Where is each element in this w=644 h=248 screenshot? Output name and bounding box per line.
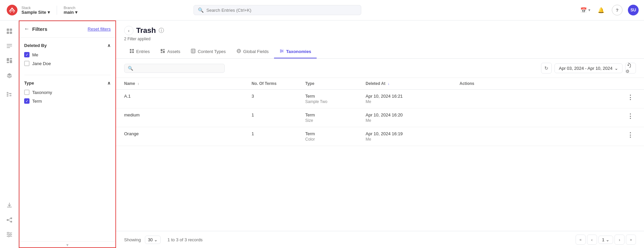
sidebar-item-assets[interactable] <box>3 54 16 67</box>
help-button[interactable]: ? <box>612 5 623 15</box>
tab-entries[interactable]: Entries <box>124 45 155 58</box>
tab-taxonomies[interactable]: Taxonomies <box>274 45 317 58</box>
svg-point-16 <box>10 95 11 96</box>
notifications-button[interactable]: 🔔 <box>596 5 606 15</box>
table-search-input[interactable] <box>135 66 192 71</box>
date-range-label: Apr 03, 2024 - Apr 10, 2024 <box>559 66 612 71</box>
cell-name-orange: Orange <box>116 127 244 146</box>
sidebar-item-dashboard[interactable] <box>3 24 16 38</box>
refresh-icon: ↻ <box>544 65 548 71</box>
cell-deleted-by-a1: Me <box>366 99 443 104</box>
svg-rect-22 <box>10 217 12 219</box>
sidebar-item-deploy[interactable] <box>3 198 16 212</box>
refresh-button[interactable]: ↻ <box>541 63 552 73</box>
page-info-icon[interactable]: ⓘ <box>159 27 164 34</box>
cell-type-main-a1: Term <box>305 94 350 99</box>
chevron-left-icon: ‹ <box>128 28 129 33</box>
col-header-name[interactable]: Name ↕ <box>116 78 244 90</box>
chevron-up-icon-2: ∧ <box>107 81 111 86</box>
filter-option-jane-doe[interactable]: Jane Doe <box>24 61 111 66</box>
svg-point-12 <box>7 92 8 93</box>
svg-rect-11 <box>7 62 9 63</box>
cell-type-main-medium: Term <box>305 112 350 117</box>
svg-line-25 <box>8 220 10 222</box>
branch-selector[interactable]: Branch main ▾ <box>57 6 77 15</box>
pagination: « ‹ 1 ⌄ › » <box>576 235 636 245</box>
content-types-tab-icon <box>191 49 196 54</box>
sidebar-item-filter-settings[interactable] <box>3 228 16 241</box>
filter-section-type-header[interactable]: Type ∧ <box>24 81 111 86</box>
table-search-field[interactable]: 🔍 <box>124 64 225 73</box>
date-range-chevron-icon: ⌄ <box>614 66 618 71</box>
svg-rect-40 <box>191 49 195 53</box>
per-page-selector[interactable]: 30 ⌄ <box>145 236 161 244</box>
app-logo[interactable] <box>5 3 19 17</box>
tab-content-types[interactable]: Content Types <box>185 45 231 58</box>
row-actions-button-a1[interactable]: ⋮ <box>625 94 636 101</box>
table-row: Orange 1 Term Color Apr 10, 2024 16:19 M… <box>116 127 644 146</box>
column-settings-button[interactable]: ⚙ <box>625 63 636 73</box>
sidebar-item-workflows[interactable] <box>3 213 16 227</box>
cell-type-a1: Term Sample Two <box>297 90 358 108</box>
global-search[interactable]: 🔍 <box>194 5 361 15</box>
svg-point-49 <box>280 50 281 51</box>
pagination-prev-button[interactable]: ‹ <box>587 235 597 245</box>
checkbox-term[interactable]: ✓ <box>24 98 30 104</box>
svg-point-29 <box>7 232 9 234</box>
cell-deleted-a1: Apr 10, 2024 16:21 Me <box>358 90 451 108</box>
svg-line-17 <box>8 93 10 94</box>
filter-label-me: Me <box>32 52 38 57</box>
svg-line-24 <box>8 218 10 220</box>
checkbox-jane-doe[interactable] <box>24 61 30 66</box>
pagination-current-page[interactable]: 1 ⌄ <box>598 236 613 244</box>
cell-actions-medium: ⋮ <box>451 108 644 127</box>
pagination-first-button[interactable]: « <box>576 235 586 245</box>
global-fields-tab-icon <box>236 49 241 54</box>
filter-back-button[interactable]: ← <box>24 26 30 32</box>
chevron-up-icon: ∧ <box>107 43 111 48</box>
deleted-at-sort-icon: ↓ <box>388 82 389 86</box>
svg-point-54 <box>628 64 629 66</box>
tab-global-fields[interactable]: Global Fields <box>231 45 274 58</box>
records-info: 1 to 3 of 3 records <box>167 237 203 242</box>
pagination-next-button[interactable]: › <box>614 235 625 245</box>
svg-rect-42 <box>194 50 195 51</box>
row-actions-button-medium[interactable]: ⋮ <box>625 113 636 119</box>
site-label: Stack <box>21 6 50 10</box>
svg-rect-10 <box>10 60 12 63</box>
cell-deleted-date-medium: Apr 10, 2024 16:20 <box>366 112 443 117</box>
calendar-button[interactable]: 📅 ▾ <box>580 7 590 13</box>
branch-name: main ▾ <box>64 10 77 15</box>
tab-assets[interactable]: Assets <box>155 45 185 58</box>
checkbox-me[interactable]: ✓ <box>24 52 30 57</box>
table-row: medium 1 Term Size Apr 10, 2024 16:20 Me… <box>116 108 644 127</box>
sidebar-item-stack[interactable] <box>3 69 16 82</box>
page-back-button[interactable]: ‹ <box>124 26 133 35</box>
pagination-last-button[interactable]: » <box>626 235 636 245</box>
col-header-deleted-at[interactable]: Deleted At ↓ <box>358 78 451 90</box>
col-header-terms: No. Of Terms <box>244 78 297 90</box>
filter-option-taxonomy[interactable]: Taxonomy <box>24 90 111 95</box>
checkbox-taxonomy[interactable] <box>24 90 30 95</box>
cell-name-a1: A.1 <box>116 90 244 108</box>
date-range-picker[interactable]: Apr 03, 2024 - Apr 10, 2024 ⌄ <box>554 63 623 73</box>
filter-option-term[interactable]: ✓ Term <box>24 98 111 104</box>
cell-type-sub-a1: Sample Two <box>305 99 350 104</box>
sidebar-item-taxonomy[interactable] <box>3 88 16 101</box>
filter-section-deleted-by-header[interactable]: Deleted By ∧ <box>24 43 111 48</box>
filter-option-me[interactable]: ✓ Me <box>24 52 111 57</box>
filter-label-term: Term <box>32 99 42 104</box>
svg-rect-35 <box>132 51 134 53</box>
sidebar-item-entries[interactable] <box>3 39 16 53</box>
site-name: Sample Site ▾ <box>21 10 50 15</box>
user-avatar[interactable]: SU <box>628 5 639 15</box>
svg-rect-34 <box>130 51 131 53</box>
name-sort-icon: ↕ <box>138 82 139 86</box>
svg-line-19 <box>8 96 10 96</box>
svg-rect-39 <box>161 52 163 53</box>
filter-reset-button[interactable]: Reset filters <box>88 27 111 32</box>
svg-rect-6 <box>7 46 12 46</box>
row-actions-button-orange[interactable]: ⋮ <box>625 132 636 138</box>
search-input[interactable] <box>206 8 357 13</box>
site-selector[interactable]: Stack Sample Site ▾ <box>21 6 50 15</box>
